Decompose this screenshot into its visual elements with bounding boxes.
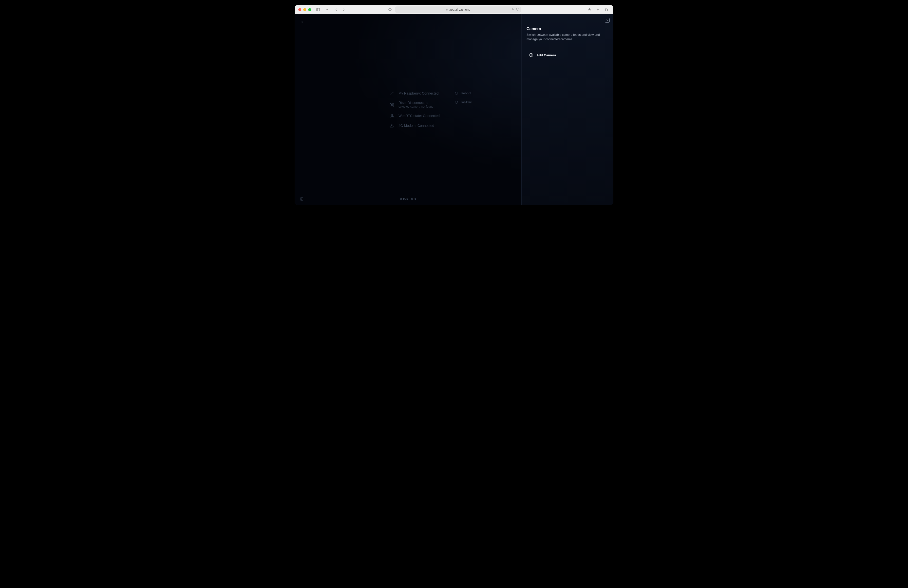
reboot-button[interactable]: Reboot [454, 91, 472, 95]
back-button[interactable] [333, 6, 340, 13]
forward-button[interactable] [340, 6, 347, 13]
window-controls [298, 8, 311, 11]
svg-rect-2 [388, 9, 391, 11]
camera-off-icon [389, 102, 394, 107]
main-pane: My Raspberry: Connected Rtsp: Disconnect… [295, 14, 522, 205]
webrtc-icon [389, 113, 394, 119]
browser-window: app.aircast.one [295, 5, 613, 205]
redial-button[interactable]: Re-Dial [454, 100, 472, 104]
status-block: My Raspberry: Connected Rtsp: Disconnect… [389, 91, 472, 129]
plus-circle-icon [529, 53, 533, 57]
svg-rect-8 [605, 9, 608, 11]
transfer-rate: 0 B/s [400, 197, 408, 201]
add-camera-label: Add Camera [536, 53, 556, 57]
minimize-window-button[interactable] [303, 8, 306, 11]
transfer-total: 0 B [411, 197, 416, 201]
browser-toolbar: app.aircast.one [295, 5, 613, 14]
share-icon[interactable] [586, 6, 593, 13]
close-sidebar-button[interactable] [605, 18, 610, 23]
zoom-window-button[interactable] [308, 8, 311, 11]
status-webrtc: WebRTC state: Connected [389, 113, 440, 119]
status-modem-label: 4G Modem: Connected [398, 124, 434, 128]
tab-overview-icon[interactable] [603, 6, 610, 13]
action-list: Reboot Re-Dial [454, 91, 472, 104]
close-window-button[interactable] [298, 8, 301, 11]
svg-point-12 [390, 116, 391, 117]
reboot-label: Reboot [461, 91, 471, 95]
log-icon[interactable] [299, 197, 304, 201]
add-camera-button[interactable]: Add Camera [526, 53, 608, 57]
status-device: My Raspberry: Connected [389, 91, 440, 96]
camera-sidebar: Camera Switch between available camera f… [522, 14, 613, 205]
status-webrtc-label: WebRTC state: Connected [398, 114, 440, 118]
translate-icon[interactable] [512, 8, 515, 11]
sidebar-toggle-icon[interactable] [315, 6, 322, 13]
status-modem: 4G Modem: Connected [389, 123, 440, 128]
plug-icon [389, 91, 394, 96]
status-rtsp-sub: selected camera not found [398, 105, 433, 109]
svg-point-11 [391, 114, 392, 116]
svg-rect-4 [446, 10, 448, 10]
app-content: My Raspberry: Connected Rtsp: Disconnect… [295, 14, 613, 205]
redial-label: Re-Dial [461, 100, 472, 104]
status-rtsp-label: Rtsp: Disconnected [398, 101, 433, 105]
website-settings-icon[interactable] [387, 7, 393, 12]
lock-icon [446, 8, 448, 11]
modem-icon [389, 123, 394, 128]
new-tab-icon[interactable] [594, 6, 601, 13]
sidebar-description: Switch between available camera feeds an… [526, 32, 608, 42]
status-device-label: My Raspberry: Connected [398, 91, 439, 96]
svg-point-13 [392, 116, 394, 117]
reboot-icon [454, 91, 459, 95]
bottom-bar: 0 B/s 0 B [295, 193, 522, 205]
address-bar[interactable]: app.aircast.one [395, 6, 521, 13]
address-bar-url: app.aircast.one [449, 8, 470, 11]
reload-icon[interactable] [516, 8, 519, 11]
transfer-stats: 0 B/s 0 B [400, 197, 416, 201]
sidebar-title: Camera [526, 27, 608, 31]
redial-icon [454, 100, 459, 104]
chevron-down-icon[interactable] [324, 6, 330, 13]
status-rtsp: Rtsp: Disconnected selected camera not f… [389, 101, 440, 109]
svg-rect-0 [317, 8, 320, 11]
address-bar-wrap: app.aircast.one [387, 6, 521, 13]
status-list: My Raspberry: Connected Rtsp: Disconnect… [389, 91, 440, 129]
app-back-button[interactable] [299, 19, 305, 25]
